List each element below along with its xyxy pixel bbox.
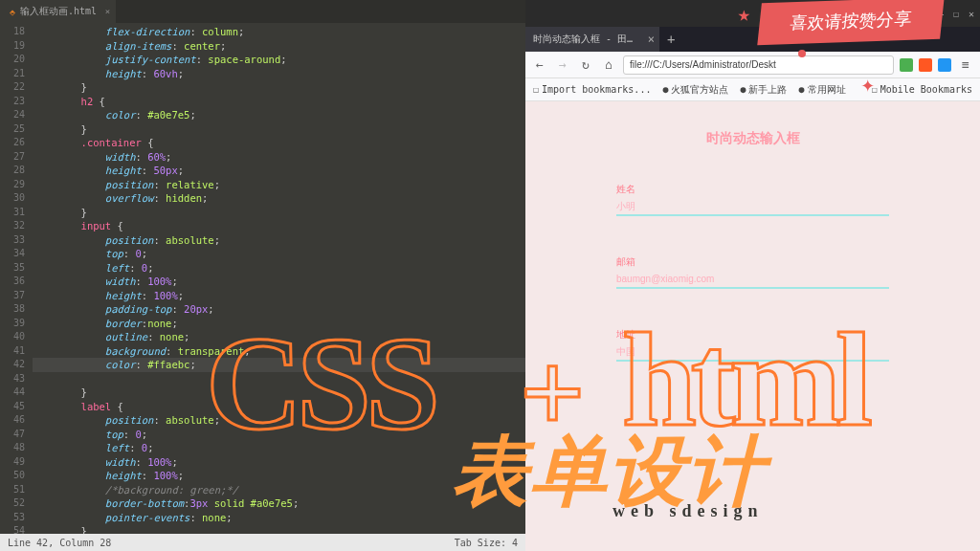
close-icon[interactable]: × [648,33,655,46]
reload-icon[interactable]: ↻ [577,56,594,74]
back-icon[interactable]: ← [531,56,548,74]
field-input[interactable] [616,201,889,211]
editor-tab-bar: ⬘ 输入框动画.html × [0,0,525,23]
form-field: 邮箱 [616,258,889,289]
ext-icon[interactable] [938,58,951,72]
address-bar-row: ← → ↻ ⌂ ≡ [525,52,980,78]
ext-icon[interactable] [900,58,913,72]
maximize-icon[interactable]: ☐ [953,9,959,19]
bookmark-item[interactable]: ● 火狐官方站点 [662,83,728,97]
form-field: 姓名 [616,186,889,216]
editor-pane: ⬘ 输入框动画.html × 1819202122232425262728293… [0,0,525,551]
star-icon: ★ [738,2,750,26]
code-content[interactable]: flex-direction: column; align-items: cen… [33,23,525,534]
status-cursor: Line 42, Column 28 [8,538,111,548]
forward-icon[interactable]: → [554,56,571,74]
status-tabsize[interactable]: Tab Size: 4 [455,538,518,548]
url-input[interactable] [623,55,894,75]
browser-pane: — ☐ ✕ 时尚动态输入框 - 田了个甜 × + ← → ↻ ⌂ ≡ ☐ Imp… [525,0,980,551]
mobile-bookmarks[interactable]: ☐ Mobile Bookmarks [872,84,972,95]
field-input[interactable] [616,346,889,357]
field-label: 姓名 [616,183,635,196]
close-icon[interactable]: × [105,7,110,16]
banner-overlay: 喜欢请按赞分享 [757,0,944,45]
editor-tab[interactable]: ⬘ 输入框动画.html × [0,0,116,23]
code-area[interactable]: 1819202122232425262728293031323334353637… [0,23,525,534]
bookmark-item[interactable]: ☐ Import bookmarks... [533,84,651,95]
bookmark-bar: ☐ Import bookmarks... ● 火狐官方站点 ● 新手上路 ● … [525,78,980,101]
editor-status-bar: Line 42, Column 28 Tab Size: 4 [0,534,525,551]
close-icon[interactable]: ✕ [969,9,974,19]
rendered-page: 时尚动态输入框 姓名邮箱地址 [525,101,980,551]
page-title: 时尚动态输入框 [706,130,800,147]
menu-icon[interactable]: ≡ [957,56,974,74]
new-tab-button[interactable]: + [659,32,682,47]
ext-icon[interactable] [919,58,932,72]
bookmark-item[interactable]: ● 常用网址 [798,83,845,97]
field-label: 邮箱 [616,255,635,269]
dot-icon [798,50,806,57]
bookmark-item[interactable]: ● 新手上路 [740,83,787,97]
line-gutter: 1819202122232425262728293031323334353637… [0,23,33,534]
spark-icon: ✦ [861,71,875,98]
file-icon: ⬘ [10,7,15,17]
browser-tab[interactable]: 时尚动态输入框 - 田了个甜 × [525,27,659,52]
home-icon[interactable]: ⌂ [600,56,617,74]
field-label: 地址 [616,328,635,342]
form-field: 地址 [616,331,889,362]
tab-label: 输入框动画.html [20,5,97,18]
field-input[interactable] [616,274,889,284]
tab-title: 时尚动态输入框 - 田了个甜 [533,33,638,46]
